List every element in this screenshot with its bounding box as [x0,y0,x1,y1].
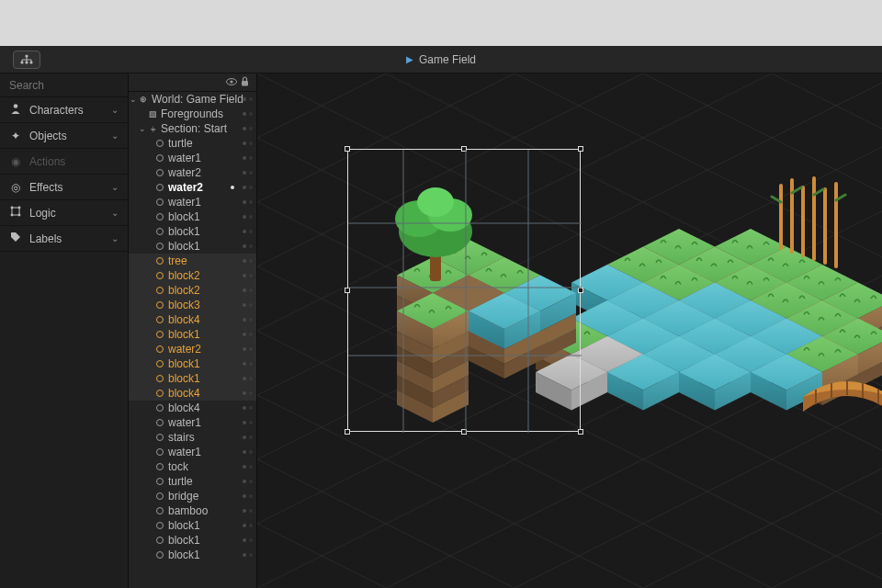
hierarchy-row[interactable]: block4 [129,386,256,401]
handle-bm[interactable] [461,429,467,435]
hierarchy-row[interactable]: water1 [129,195,256,209]
scene-title: ▶ Game Field [40,53,842,66]
main-body: Characters ⌄ ✦ Objects ⌄ ◉ Actions ◎ Eff… [0,74,882,588]
hierarchy-row[interactable]: water2 [129,342,256,356]
nav-label: Actions [29,155,65,168]
nav-label: Characters [29,104,84,117]
top-bar: ▶ Game Field [0,46,882,74]
hierarchy-row[interactable]: block4 [129,401,256,415]
chevron-down-icon: ⌄ [111,208,119,218]
handle-rm[interactable] [578,288,583,293]
hierarchy-row[interactable]: block1 [129,518,256,533]
lock-icon[interactable] [241,76,249,88]
nav-effects[interactable]: ◎ Effects ⌄ [0,175,128,200]
svg-rect-13 [242,81,248,86]
hierarchy-row[interactable]: block1 [129,239,256,254]
hierarchy-row[interactable]: block1 [129,548,256,562]
chevron-down-icon: ⌄ [111,182,119,192]
hierarchy-row[interactable]: block1 [129,533,256,548]
left-nav: Characters ⌄ ✦ Objects ⌄ ◉ Actions ◎ Eff… [0,74,129,588]
objects-icon: ✦ [9,130,22,142]
scene-title-label: Game Field [419,53,476,66]
search-input[interactable] [9,79,147,92]
selection-bounds[interactable] [347,149,581,432]
hierarchy-row[interactable]: water1 [129,151,256,165]
chevron-down-icon: ⌄ [111,130,119,141]
hierarchy-row[interactable]: block4 [129,312,256,327]
hierarchy-row[interactable]: block1 [129,209,256,224]
hierarchy-row[interactable]: ⌄⊕World: Game Field [129,92,256,107]
hierarchy-row[interactable]: ⌄⏚Section: Start [129,121,256,136]
hierarchy-row[interactable]: block2 [129,268,256,283]
nav-objects[interactable]: ✦ Objects ⌄ [0,123,128,149]
nav-label: Objects [29,130,67,142]
hierarchy-row[interactable]: turtle [129,474,256,489]
search-row [0,74,128,97]
hierarchy-row[interactable]: block3 [129,298,256,312]
hierarchy-panel: ⌄⊕World: Game Field▧Foregrounds⌄⏚Section… [129,74,257,588]
canvas-viewport[interactable] [257,74,882,588]
hierarchy-row[interactable]: block1 [129,327,256,342]
hierarchy-row[interactable]: block1 [129,224,256,239]
handle-br[interactable] [578,429,583,435]
nav-characters[interactable]: Characters ⌄ [0,97,128,123]
hierarchy-row[interactable]: bamboo [129,503,256,518]
hierarchy-header [129,74,256,92]
hierarchy-row[interactable]: bridge [129,489,256,503]
handle-tr[interactable] [578,146,583,152]
hierarchy-row[interactable]: tock [129,459,256,474]
svg-line-27 [257,74,882,138]
handle-lm[interactable] [345,288,350,293]
hierarchy-row[interactable]: water2 [129,180,256,195]
svg-point-6 [14,104,18,108]
nav-label: Labels [29,232,62,245]
hierarchy-row[interactable]: block2 [129,283,256,298]
hierarchy-list[interactable]: ⌄⊕World: Game Field▧Foregrounds⌄⏚Section… [129,92,256,588]
hierarchy-toggle-button[interactable] [13,51,40,69]
hierarchy-row[interactable]: ▧Foregrounds [129,107,256,121]
hierarchy-row[interactable]: block1 [129,356,256,371]
hierarchy-row[interactable]: turtle [129,136,256,151]
svg-line-26 [257,74,882,138]
nav-labels[interactable]: Labels ⌄ [0,226,128,252]
handle-bl[interactable] [345,429,350,435]
nav-logic[interactable]: Logic ⌄ [0,200,128,226]
handle-tm[interactable] [461,146,467,152]
actions-icon: ◉ [9,155,22,168]
handle-tl[interactable] [345,146,350,152]
visibility-icon[interactable] [226,77,237,88]
nav-actions[interactable]: ◉ Actions [0,149,128,175]
tag-icon [9,232,22,245]
hierarchy-row[interactable]: water1 [129,415,256,430]
hierarchy-row[interactable]: water1 [129,445,256,459]
hierarchy-row[interactable]: stairs [129,430,256,445]
play-icon: ▶ [406,54,413,64]
app-frame: ▶ Game Field Characters ⌄ ✦ Obje [0,46,882,588]
chevron-down-icon: ⌄ [111,105,119,115]
hierarchy-row[interactable]: block1 [129,371,256,386]
nav-label: Logic [29,207,56,220]
logic-icon [9,206,22,220]
svg-point-12 [230,80,232,83]
person-icon [9,103,22,117]
hierarchy-icon [19,54,34,65]
effects-icon: ◎ [9,181,22,194]
nav-label: Effects [29,181,62,194]
hierarchy-row[interactable]: tree [129,254,256,268]
chevron-down-icon: ⌄ [111,233,119,243]
hierarchy-row[interactable]: water2 [129,165,256,180]
